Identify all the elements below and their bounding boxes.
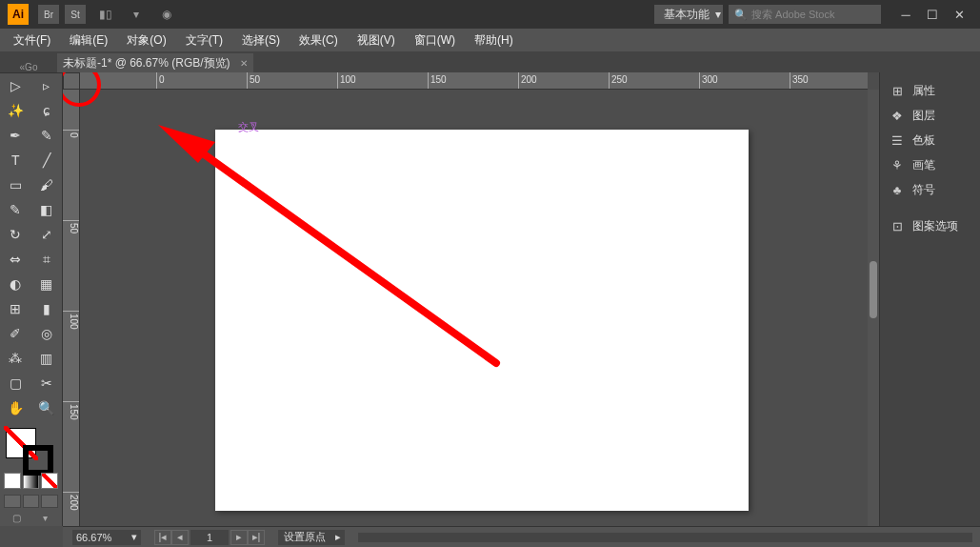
artboard-number[interactable]: 1 (190, 530, 229, 545)
panel-label: 画笔 (912, 157, 935, 173)
main-area: ▷ ▹ ✨ ɕ ✒ ✎ T ╱ ▭ 🖌 ✎ ◧ ↻ ⤢ ⇔ ⌗ ◐ ▦ ⊞ ▮ … (0, 72, 980, 526)
ruler-tick: 0 (63, 130, 79, 138)
menu-type[interactable]: 文字(T) (176, 29, 232, 51)
ruler-tick: 200 (63, 492, 79, 511)
tab-close-icon[interactable]: ✕ (240, 58, 248, 69)
graph-tool[interactable]: ▥ (31, 346, 63, 371)
first-artboard-button[interactable]: |◂ (154, 530, 171, 545)
gpu-icon[interactable]: ◉ (156, 5, 177, 24)
gradient-tool[interactable]: ▮ (31, 296, 63, 321)
app-logo: Ai (8, 4, 29, 25)
lasso-tool[interactable]: ɕ (31, 98, 63, 123)
ruler-tick: 200 (518, 72, 537, 89)
rectangle-tool[interactable]: ▭ (0, 172, 31, 197)
menu-help[interactable]: 帮助(H) (465, 29, 523, 51)
scale-tool[interactable]: ⤢ (31, 222, 63, 247)
canvas-area: 0 50 100 150 200 250 300 350 0 50 100 15… (63, 72, 879, 526)
line-tool[interactable]: ╱ (31, 148, 63, 172)
last-artboard-button[interactable]: ▸| (248, 530, 265, 545)
ruler-vertical[interactable]: 0 50 100 150 200 (63, 90, 80, 526)
ruler-tick: 0 (156, 72, 165, 89)
document-tab[interactable]: 未标题-1* @ 66.67% (RGB/预览) ✕ (57, 53, 253, 72)
eyedropper-tool[interactable]: ✐ (0, 321, 31, 346)
width-tool[interactable]: ⇔ (0, 247, 31, 272)
pen-tool[interactable]: ✒ (0, 123, 31, 148)
panel-pattern-options[interactable]: ⊡图案选项 (880, 213, 980, 238)
rotate-tool[interactable]: ↻ (0, 222, 31, 247)
magic-wand-tool[interactable]: ✨ (0, 98, 31, 123)
paintbrush-tool[interactable]: 🖌 (31, 172, 63, 197)
dropdown-icon[interactable]: ▾ (126, 5, 147, 24)
bridge-button[interactable]: Br (38, 5, 59, 24)
color-mode[interactable] (4, 473, 21, 489)
ruler-tick: 350 (790, 72, 809, 89)
ruler-origin[interactable] (63, 72, 80, 90)
statusbar: 66.67%▾ |◂ ◂ 1 ▸ ▸| 设置原点 (63, 526, 980, 547)
prev-artboard-button[interactable]: ◂ (171, 530, 189, 545)
panel-symbols[interactable]: ♣符号 (880, 177, 980, 202)
draw-normal[interactable] (4, 495, 21, 507)
menu-edit[interactable]: 编辑(E) (60, 29, 117, 51)
artboard-tool[interactable]: ▢ (0, 371, 31, 395)
symbol-sprayer-tool[interactable]: ⁂ (0, 346, 31, 371)
close-button[interactable]: ✕ (946, 5, 972, 24)
ruler-horizontal[interactable]: 0 50 100 150 200 250 300 350 (80, 72, 868, 90)
none-mode[interactable] (41, 473, 58, 489)
panel-brushes[interactable]: ⚘画笔 (880, 152, 980, 177)
panel-layers[interactable]: ❖图层 (880, 103, 980, 128)
screen-mode-button[interactable]: ▢ (4, 512, 30, 524)
screen-mode-dropdown[interactable]: ▾ (32, 512, 59, 524)
vertical-scrollbar[interactable] (868, 90, 879, 526)
workspace-select[interactable]: 基本功能 (654, 5, 723, 24)
hand-tool[interactable]: ✋ (0, 395, 31, 420)
tab-navigate[interactable]: « Go (0, 62, 57, 72)
stock-search[interactable]: 🔍 搜索 Adobe Stock (729, 5, 881, 24)
document-tabbar: « Go 未标题-1* @ 66.67% (RGB/预览) ✕ (0, 51, 980, 72)
free-transform-tool[interactable]: ⌗ (31, 247, 63, 272)
shape-builder-tool[interactable]: ◐ (0, 272, 31, 296)
blend-tool[interactable]: ◎ (31, 321, 63, 346)
selection-tool[interactable]: ▷ (0, 73, 31, 98)
svg-marker-0 (158, 125, 215, 163)
minimize-button[interactable]: ─ (892, 5, 919, 24)
draw-inside[interactable] (41, 495, 58, 507)
curvature-tool[interactable]: ✎ (31, 123, 63, 148)
scrollbar-thumb[interactable] (870, 261, 877, 318)
ruler-tick: 150 (63, 401, 79, 420)
symbols-icon: ♣ (890, 183, 905, 197)
menu-view[interactable]: 视图(V) (348, 29, 405, 51)
fill-stroke-control[interactable] (0, 424, 62, 473)
mesh-tool[interactable]: ⊞ (0, 296, 31, 321)
panel-label: 属性 (912, 83, 935, 99)
draw-behind[interactable] (23, 495, 40, 507)
stroke-swatch[interactable] (23, 445, 53, 476)
titlebar: Ai Br St ▮▯ ▾ ◉ 基本功能 🔍 搜索 Adobe Stock ─ … (0, 0, 980, 29)
stock-button[interactable]: St (65, 5, 86, 24)
menu-window[interactable]: 窗口(W) (405, 29, 465, 51)
layout-icon[interactable]: ▮▯ (95, 5, 116, 24)
search-placeholder: 搜索 Adobe Stock (751, 8, 834, 22)
zoom-tool[interactable]: 🔍 (31, 395, 63, 420)
zoom-select[interactable]: 66.67%▾ (72, 530, 141, 545)
eraser-tool[interactable]: ◧ (31, 197, 63, 222)
perspective-tool[interactable]: ▦ (31, 272, 63, 296)
menu-file[interactable]: 文件(F) (4, 29, 60, 51)
direct-selection-tool[interactable]: ▹ (31, 73, 63, 98)
type-tool[interactable]: T (0, 148, 31, 172)
menu-effect[interactable]: 效果(C) (290, 29, 348, 51)
horizontal-scrollbar[interactable] (358, 533, 972, 542)
panel-properties[interactable]: ⊞属性 (880, 78, 980, 103)
maximize-button[interactable]: ☐ (919, 5, 946, 24)
panel-swatches[interactable]: ☰色板 (880, 128, 980, 152)
menu-object[interactable]: 对象(O) (117, 29, 175, 51)
next-artboard-button[interactable]: ▸ (230, 530, 248, 545)
menu-select[interactable]: 选择(S) (232, 29, 290, 51)
tool-panel: ▷ ▹ ✨ ɕ ✒ ✎ T ╱ ▭ 🖌 ✎ ◧ ↻ ⤢ ⇔ ⌗ ◐ ▦ ⊞ ▮ … (0, 72, 63, 526)
shaper-tool[interactable]: ✎ (0, 197, 31, 222)
ruler-tick: 50 (63, 220, 79, 233)
artboard[interactable] (215, 130, 749, 511)
ruler-tick: 150 (428, 72, 447, 89)
status-combo[interactable]: 设置原点 (278, 530, 345, 545)
slice-tool[interactable]: ✂ (31, 371, 63, 395)
draw-modes (0, 493, 62, 509)
